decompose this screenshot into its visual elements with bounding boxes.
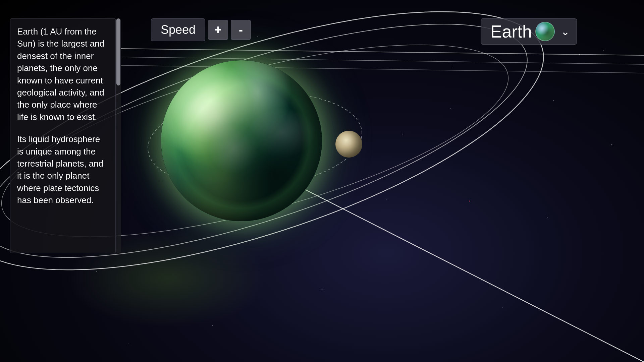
speed-label: Speed xyxy=(151,18,205,41)
speed-control: Speed + - xyxy=(151,18,251,41)
planet-icon-earth xyxy=(535,22,555,41)
earth-glow xyxy=(151,50,332,231)
speed-decrease-button[interactable]: - xyxy=(231,20,251,40)
planet-selector[interactable]: Earth ⌄ xyxy=(481,18,577,45)
planet-name-label: Earth xyxy=(490,21,532,42)
info-paragraph-1: Earth (1 AU from the Sun) is the largest… xyxy=(17,25,109,123)
scrollbar-thumb[interactable] xyxy=(116,18,120,85)
earth-planet xyxy=(161,60,322,221)
info-paragraph-2: Its liquid hydrosphere is unique among t… xyxy=(17,133,109,206)
chevron-down-icon: ⌄ xyxy=(561,25,570,38)
info-panel: Earth (1 AU from the Sun) is the largest… xyxy=(10,18,116,253)
info-text: Earth (1 AU from the Sun) is the largest… xyxy=(17,25,109,206)
scrollbar-track[interactable] xyxy=(116,18,121,253)
speed-increase-button[interactable]: + xyxy=(208,20,228,40)
moon xyxy=(335,131,362,158)
